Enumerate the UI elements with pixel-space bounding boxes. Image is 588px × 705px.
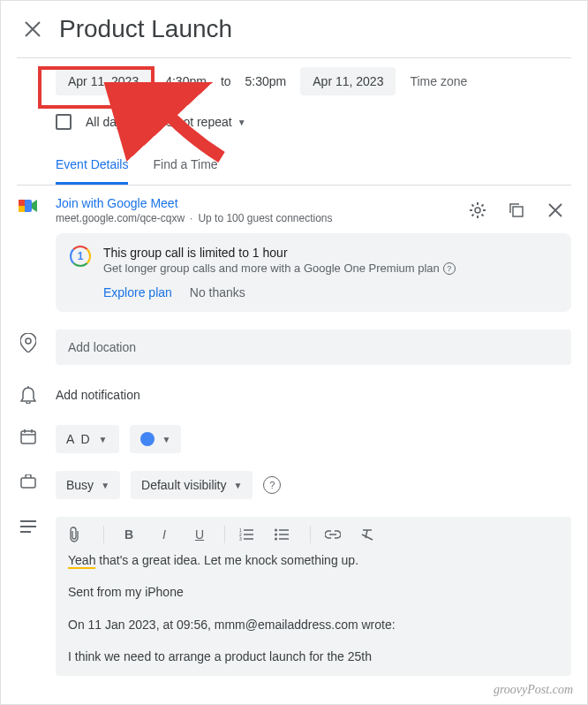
visibility-label: Default visibility xyxy=(141,478,226,492)
meet-url: meet.google.com/qce-cqxw xyxy=(56,212,185,224)
start-date-field[interactable]: Apr 11, 2023 xyxy=(56,67,151,95)
copy-meet-link-button[interactable] xyxy=(501,194,532,226)
attachment-button[interactable] xyxy=(68,527,89,542)
explore-plan-button[interactable]: Explore plan xyxy=(103,285,172,299)
svg-point-5 xyxy=(475,208,480,213)
italic-button[interactable]: I xyxy=(154,527,175,542)
description-text[interactable]: Yeah that's a great idea. Let me knock s… xyxy=(68,550,559,667)
svg-point-13 xyxy=(275,529,277,532)
tab-find-a-time[interactable]: Find a Time xyxy=(153,157,217,185)
remove-meet-button[interactable] xyxy=(539,194,571,226)
all-day-checkbox[interactable] xyxy=(56,114,72,130)
notification-icon xyxy=(17,383,40,404)
bullet-list-button[interactable] xyxy=(275,528,296,541)
meet-settings-button[interactable] xyxy=(462,194,494,226)
google-one-info-box: 1 This group call is limited to 1 hour G… xyxy=(56,233,571,312)
availability-label: Busy xyxy=(66,478,94,492)
link-button[interactable] xyxy=(325,530,346,539)
watermark: groovyPost.com xyxy=(494,683,573,697)
meet-icon xyxy=(17,194,40,214)
tab-event-details[interactable]: Event Details xyxy=(56,157,128,185)
svg-rect-6 xyxy=(513,207,523,216)
add-notification-button[interactable]: Add notification xyxy=(56,383,571,407)
briefcase-icon xyxy=(17,471,40,489)
calendar-icon xyxy=(17,425,40,444)
clear-formatting-button[interactable] xyxy=(360,527,381,542)
info-title: This group call is limited to 1 hour xyxy=(103,246,456,260)
info-subtitle: Get longer group calls and more with a G… xyxy=(103,262,440,275)
google-one-icon: 1 xyxy=(70,246,91,267)
color-swatch xyxy=(140,432,155,446)
color-dropdown[interactable]: ▼ xyxy=(130,425,181,453)
end-date-field[interactable]: Apr 11, 2023 xyxy=(300,67,396,95)
svg-point-15 xyxy=(275,538,277,541)
visibility-help-icon[interactable]: ? xyxy=(263,476,281,494)
underline-button[interactable]: U xyxy=(189,527,210,542)
svg-rect-4 xyxy=(19,206,25,212)
calendar-dropdown[interactable]: A D ▼ xyxy=(56,425,119,453)
no-thanks-button[interactable]: No thanks xyxy=(190,285,245,299)
svg-point-14 xyxy=(275,534,277,536)
visibility-dropdown[interactable]: Default visibility ▼ xyxy=(131,471,253,499)
join-meet-link[interactable]: Join with Google Meet xyxy=(56,196,333,210)
chevron-down-icon: ▼ xyxy=(162,435,170,444)
location-icon xyxy=(17,330,40,352)
chevron-down-icon: ▼ xyxy=(234,481,243,490)
calendar-name: A D xyxy=(66,432,92,446)
chevron-down-icon: ▼ xyxy=(101,481,109,490)
svg-point-7 xyxy=(26,338,31,344)
svg-text:3: 3 xyxy=(239,536,242,541)
all-day-label[interactable]: All day xyxy=(86,115,123,129)
end-time-field[interactable]: 5:30pm xyxy=(242,67,290,95)
info-help-icon[interactable]: ? xyxy=(443,262,456,275)
availability-dropdown[interactable]: Busy ▼ xyxy=(56,471,120,499)
timezone-button[interactable]: Time zone xyxy=(406,67,471,95)
location-input[interactable]: Add location xyxy=(56,330,571,365)
start-time-field[interactable]: 4:30pm xyxy=(162,67,210,95)
svg-marker-2 xyxy=(32,200,37,212)
event-title[interactable]: Product Launch xyxy=(59,15,232,43)
close-button[interactable] xyxy=(11,8,54,50)
repeat-label: Does not repeat xyxy=(144,115,232,129)
svg-rect-8 xyxy=(21,431,35,443)
svg-rect-3 xyxy=(19,200,25,206)
bold-button[interactable]: B xyxy=(118,527,139,542)
numbered-list-button[interactable]: 123 xyxy=(239,528,260,541)
svg-rect-9 xyxy=(21,478,35,488)
description-icon xyxy=(17,517,40,533)
chevron-down-icon: ▼ xyxy=(99,435,109,444)
to-label: to xyxy=(221,74,231,88)
repeat-dropdown[interactable]: Does not repeat ▼ xyxy=(137,111,253,133)
meet-guests-label: Up to 100 guest connections xyxy=(198,212,332,224)
chevron-down-icon: ▼ xyxy=(237,118,246,127)
description-editor[interactable]: B I U 123 Yeah that's a great idea. Let … xyxy=(56,517,571,676)
